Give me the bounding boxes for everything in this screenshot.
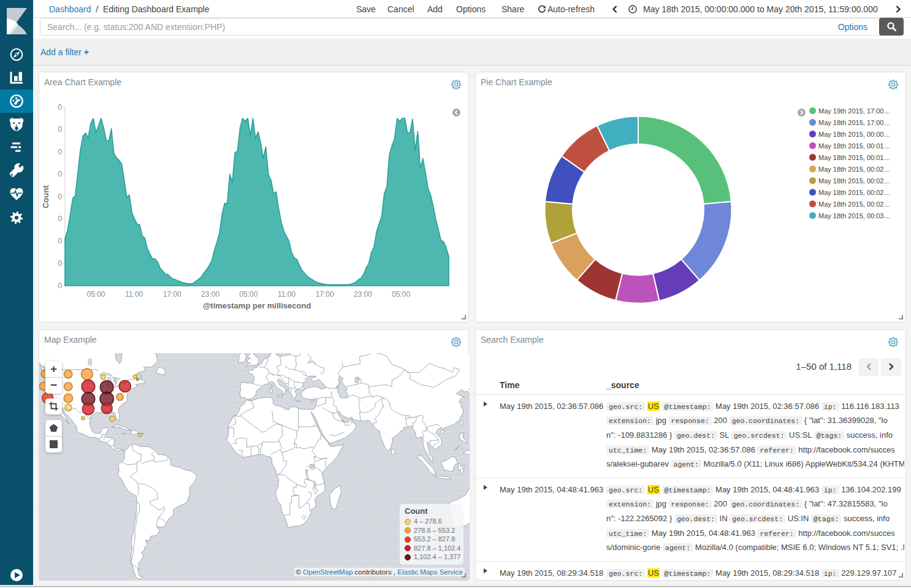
svg-text:11:00: 11:00 [278,290,295,299]
svg-text:0: 0 [58,281,62,290]
svg-text:05:00: 05:00 [86,290,105,299]
svg-text:0: 0 [58,215,62,223]
svg-text:17:00: 17:00 [163,290,181,299]
svg-text:17:00: 17:00 [316,290,334,299]
svg-text:0: 0 [58,148,62,156]
svg-text:23:00: 23:00 [201,290,219,299]
svg-text:0: 0 [58,170,62,178]
svg-text:@timestamp per millisecond: @timestamp per millisecond [203,301,311,310]
svg-text:11:00: 11:00 [125,290,143,299]
svg-text:0: 0 [58,193,62,201]
svg-text:05:00: 05:00 [392,290,410,299]
svg-text:0: 0 [58,237,62,245]
svg-text:23:00: 23:00 [354,290,372,299]
svg-text:0: 0 [58,103,62,112]
svg-text:0: 0 [58,259,62,268]
svg-text:Count: Count [41,185,50,208]
svg-text:0: 0 [58,125,62,134]
svg-text:05:00: 05:00 [239,290,257,299]
